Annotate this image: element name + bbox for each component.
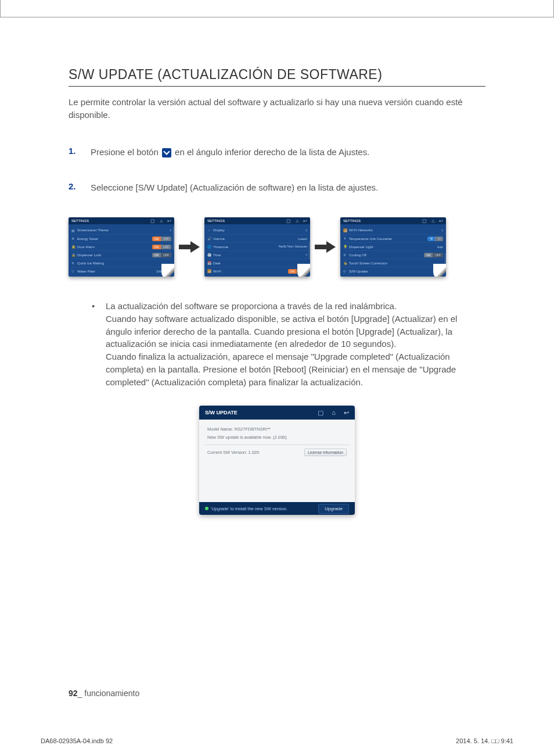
ice-icon: ❄ <box>71 261 75 265</box>
settings-screen-3: SETTINGS ▢⌂↩ 📶Wi-Fi Networks› 🌡Temperatu… <box>340 217 446 277</box>
model-name-text: Model Name: RS27FDBTNSR/** <box>207 427 347 432</box>
home-icon: ⌂ <box>160 218 163 224</box>
sd-icon[interactable]: ▢ <box>318 409 323 417</box>
setting-row: 🕐Time› <box>207 250 307 259</box>
setting-row: 📶Wi-FiONOFF <box>207 267 307 275</box>
sw-panel-header: S/W UPDATE ▢ ⌂ ↩ <box>199 406 355 420</box>
screenshots-row: SETTINGS ▢⌂↩ ▦Screensaver Theme› ☘Energy… <box>69 217 485 277</box>
header-title: SETTINGS <box>343 219 361 223</box>
setting-row: 🔔Door AlarmONOFF <box>71 242 171 250</box>
info-bullet: • La actualización del software se propo… <box>92 300 485 388</box>
on-off-toggle[interactable]: ONOFF <box>424 253 444 257</box>
back-icon: ↩ <box>167 218 171 224</box>
step-1: 1. Presione el botón en el ángulo inferi… <box>69 146 485 159</box>
back-icon: ↩ <box>439 218 443 224</box>
sd-icon: ▢ <box>286 218 291 224</box>
scrollbar[interactable] <box>309 242 310 259</box>
setting-row: ❄Quick Ice Making <box>71 259 171 267</box>
unit-toggle[interactable]: °F°C <box>427 237 443 241</box>
divider <box>205 445 349 445</box>
clock-icon: 🕐 <box>207 253 211 257</box>
step-text: Presione el botón en el ángulo inferior … <box>91 146 485 159</box>
chevron-right-icon: › <box>441 228 443 233</box>
header-icons: ▢⌂↩ <box>422 218 443 224</box>
bulb-icon: 💡 <box>343 245 347 249</box>
chevron-right-icon: › <box>305 228 307 233</box>
bullet-mark: • <box>92 300 106 388</box>
setting-row: ☘Energy SaverONOFF <box>71 234 171 242</box>
screen-header: SETTINGS ▢⌂↩ <box>204 217 310 224</box>
volume-icon: 🔊 <box>207 237 211 241</box>
header-icons: ▢⌂↩ <box>286 218 307 224</box>
on-off-toggle[interactable]: ONOFF <box>152 253 172 257</box>
setting-row: 👆Touch Screen Correction <box>343 259 443 267</box>
step-2: 2. Seleccione [S/W Update] (Actualizació… <box>69 181 485 194</box>
settings-screen-2: SETTINGS ▢⌂↩ ☼Display› 🔊VolumeLowest 🌐Ti… <box>204 217 310 277</box>
upgrade-button[interactable]: Upgrade <box>318 504 349 514</box>
print-footer: DA68-02935A-04.indb 92 2014. 5. 14. □□ 9… <box>41 737 513 744</box>
page-curl <box>297 264 310 277</box>
sw-update-panel: S/W UPDATE ▢ ⌂ ↩ Model Name: RS27FDBTNSR… <box>199 406 355 515</box>
snowflake-icon: ❄ <box>343 253 347 257</box>
page-title: S/W UPDATE (ACTUALIZACIÓN DE SOFTWARE) <box>69 67 485 87</box>
screen-header: SETTINGS ▢⌂↩ <box>340 217 446 224</box>
setting-row: ▦Screensaver Theme› <box>71 226 171 234</box>
step-number: 1. <box>69 146 91 159</box>
header-icons: ▢⌂↩ <box>150 218 171 224</box>
page-number-footer: 92_ funcionamiento <box>69 689 139 698</box>
arrow-icon <box>179 240 200 254</box>
home-icon[interactable]: ⌂ <box>332 409 336 417</box>
page-curl <box>433 264 446 277</box>
setting-row: 🔒Dispenser LockONOFF <box>71 250 171 259</box>
bell-icon: 🔔 <box>71 245 75 249</box>
thermometer-icon: 🌡 <box>343 237 347 241</box>
home-icon: ⌂ <box>431 218 434 224</box>
chevron-right-icon: › <box>305 252 307 257</box>
arrow-icon <box>315 240 336 254</box>
step-number: 2. <box>69 181 91 194</box>
setting-row: 📶Wi-Fi Networks› <box>343 226 443 234</box>
header-title: SETTINGS <box>71 219 89 223</box>
chevron-down-icon <box>162 148 171 157</box>
print-timestamp: 2014. 5. 14. □□ 9:41 <box>456 737 513 744</box>
bullet-text: La actualización del software se proporc… <box>106 300 485 388</box>
back-icon: ↩ <box>303 218 307 224</box>
setting-row: 📅Date <box>207 259 307 267</box>
header-title: SETTINGS <box>207 219 225 223</box>
setting-row: ▽Water Filter3 Mnths left <box>71 267 171 275</box>
on-off-toggle[interactable]: ONOFF <box>152 237 172 241</box>
lock-icon: 🔒 <box>71 253 75 257</box>
print-filename: DA68-02935A-04.indb 92 <box>41 737 113 744</box>
touch-icon: 👆 <box>343 261 347 265</box>
step-text: Seleccione [S/W Update] (Actualización d… <box>91 181 485 194</box>
wifi-icon: 📶 <box>207 269 211 273</box>
screen-header: SETTINGS ▢⌂↩ <box>69 217 174 224</box>
chevron-right-icon: › <box>170 228 171 233</box>
sd-icon: ▢ <box>422 218 427 224</box>
back-icon[interactable]: ↩ <box>344 409 349 417</box>
sw-panel-footer: 'Upgrade' to install the new SW version.… <box>199 502 355 515</box>
page-curl <box>161 264 174 277</box>
sd-icon: ▢ <box>150 218 155 224</box>
sw-panel-title: S/W UPDATE <box>205 410 238 415</box>
scrollbar[interactable] <box>173 227 174 250</box>
setting-row: 🔊VolumeLowest <box>207 234 307 242</box>
setting-row: ⟳S/W Update› <box>343 267 443 275</box>
home-icon: ⌂ <box>296 218 298 224</box>
update-available-text: New SW update is available now. (2.030) <box>207 435 347 440</box>
update-icon: ⟳ <box>343 269 347 273</box>
brightness-icon: ☼ <box>207 228 211 232</box>
image-icon: ▦ <box>71 228 75 232</box>
setting-row: ❄Cooling OffONOFF <box>343 250 443 259</box>
svg-marker-1 <box>315 241 336 253</box>
on-off-toggle[interactable]: ONOFF <box>152 245 172 249</box>
sw-header-icons: ▢ ⌂ ↩ <box>318 409 349 417</box>
license-info-button[interactable]: License Information <box>304 449 347 456</box>
setting-row: ☼Display› <box>207 226 307 234</box>
current-version-text: Current SW Version: 1.020 <box>207 450 259 455</box>
filter-icon: ▽ <box>71 269 75 273</box>
intro-text: Le permite controlar la versión actual d… <box>69 96 485 121</box>
leaf-icon: ☘ <box>71 237 75 241</box>
calendar-icon: 📅 <box>207 261 211 265</box>
setting-row: 💡Dispenser LightAuto <box>343 242 443 250</box>
